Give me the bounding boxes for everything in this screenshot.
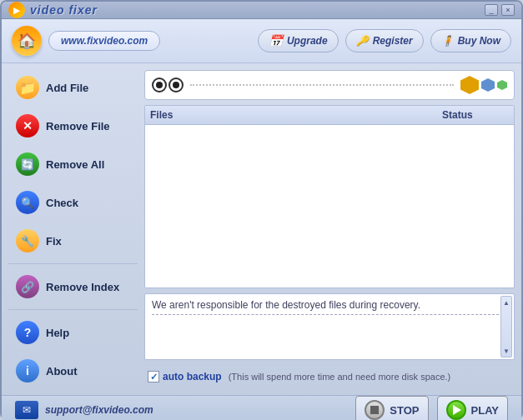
title-bar: ▶ video fixer _ ×: [2, 2, 521, 19]
home-icon[interactable]: 🏠: [12, 26, 42, 56]
add-file-label: Add File: [46, 82, 88, 94]
main-window: ▶ video fixer _ × 🏠 www.fixvideo.com 📅 U…: [0, 0, 523, 420]
website-badge[interactable]: www.fixvideo.com: [48, 31, 160, 51]
title-controls: _ ×: [485, 4, 515, 16]
sidebar-item-remove-index[interactable]: 🔗 Remove Index: [8, 269, 138, 304]
stop-label: STOP: [390, 404, 419, 417]
sidebar-item-fix[interactable]: 🔧 Fix: [8, 223, 138, 258]
auto-backup-checkbox[interactable]: ✓: [148, 371, 159, 382]
sidebar-item-about[interactable]: i About: [8, 353, 138, 388]
about-icon: i: [16, 359, 39, 382]
buynow-button[interactable]: 🧍 Buy Now: [430, 29, 511, 52]
sidebar-divider: [8, 263, 138, 264]
check-icon: 🔍: [16, 191, 39, 214]
table-body: [145, 125, 514, 208]
add-file-icon: 📁: [16, 76, 39, 99]
help-icon: ?: [16, 321, 39, 344]
left-eye: [152, 78, 167, 92]
register-button[interactable]: 🔑 Register: [345, 29, 424, 52]
logo-section: 🏠 www.fixvideo.com: [12, 26, 160, 56]
remove-index-icon: 🔗: [16, 275, 39, 298]
progress-dots: [190, 84, 454, 86]
hex-orange: [460, 76, 479, 94]
message-text: We aren't responsible for the destroyed …: [152, 299, 507, 315]
sidebar-divider-2: [8, 309, 138, 310]
backup-note: (This will spend more time and need more…: [229, 372, 451, 382]
table-header: Files Status: [145, 106, 514, 125]
email-icon: ✉: [15, 401, 38, 419]
help-label: Help: [46, 327, 69, 339]
app-title: video fixer: [30, 3, 98, 17]
progress-area: [144, 70, 515, 100]
minimize-button[interactable]: _: [485, 4, 498, 16]
play-icon: [446, 400, 466, 420]
fix-icon: 🔧: [16, 229, 39, 252]
right-pupil: [173, 82, 179, 88]
email-badge: ✉ support@fixvideo.com: [15, 401, 153, 419]
sidebar-item-remove-file[interactable]: ✕ Remove File: [8, 108, 138, 143]
backup-label: auto backup: [163, 371, 222, 382]
main-content: 📁 Add File ✕ Remove File 🔄 Remove All 🔍 …: [2, 63, 521, 395]
register-icon: 🔑: [356, 35, 369, 47]
play-button[interactable]: PLAY: [437, 396, 508, 420]
footer-buttons: STOP PLAY: [355, 396, 508, 420]
sidebar-item-help[interactable]: ? Help: [8, 315, 138, 350]
buynow-icon: 🧍: [441, 35, 454, 47]
stop-button[interactable]: STOP: [355, 396, 428, 420]
left-pupil: [156, 82, 163, 88]
upgrade-button[interactable]: 📅 Upgrade: [258, 29, 339, 52]
scroll-bar[interactable]: ▲ ▼: [500, 296, 512, 358]
remove-index-label: Remove Index: [46, 281, 119, 293]
stop-square: [370, 406, 379, 414]
play-triangle: [453, 405, 461, 415]
buynow-label: Buy Now: [458, 35, 500, 47]
play-label: PLAY: [471, 404, 499, 417]
col-files-header: Files: [150, 109, 442, 121]
register-label: Register: [373, 35, 413, 47]
message-box: We aren't responsible for the destroyed …: [144, 293, 515, 360]
header-buttons: 📅 Upgrade 🔑 Register 🧍 Buy Now: [258, 29, 511, 52]
scroll-up[interactable]: ▲: [501, 297, 511, 308]
right-eye: [168, 78, 184, 92]
app-icon: ▶: [8, 2, 25, 18]
footer: ✉ support@fixvideo.com STOP PLAY: [2, 395, 521, 420]
title-bar-left: ▶ video fixer: [8, 2, 98, 18]
fix-label: Fix: [46, 235, 62, 248]
sidebar-item-remove-all[interactable]: 🔄 Remove All: [8, 147, 138, 182]
hex-blue: [481, 78, 495, 92]
check-label: Check: [46, 197, 78, 209]
header: 🏠 www.fixvideo.com 📅 Upgrade 🔑 Register …: [2, 19, 521, 63]
email-text: support@fixvideo.com: [45, 404, 153, 416]
remove-file-label: Remove File: [46, 120, 110, 132]
col-status-header: Status: [442, 109, 509, 121]
sidebar-item-check[interactable]: 🔍 Check: [8, 185, 138, 220]
scroll-down[interactable]: ▼: [501, 345, 511, 357]
eye-icons: [152, 78, 184, 92]
about-label: About: [46, 365, 78, 378]
auto-backup-row: ✓ auto backup (This will spend more time…: [144, 365, 515, 388]
checkbox-wrapper[interactable]: ✓ auto backup: [148, 371, 222, 382]
remove-all-icon: 🔄: [16, 152, 39, 176]
files-table: Files Status: [144, 105, 515, 288]
sidebar: 📁 Add File ✕ Remove File 🔄 Remove All 🔍 …: [8, 70, 138, 388]
sidebar-item-add-file[interactable]: 📁 Add File: [8, 70, 138, 105]
remove-all-label: Remove All: [46, 158, 104, 171]
stop-icon: [365, 400, 385, 420]
right-panel: Files Status We aren't responsible for t…: [144, 70, 515, 388]
hex-green: [497, 80, 507, 90]
upgrade-icon: 📅: [269, 34, 283, 48]
checkmark: ✓: [150, 372, 158, 382]
upgrade-label: Upgrade: [287, 35, 328, 47]
hex-decorations: [460, 76, 507, 94]
remove-file-icon: ✕: [16, 114, 39, 138]
close-button[interactable]: ×: [501, 4, 515, 16]
